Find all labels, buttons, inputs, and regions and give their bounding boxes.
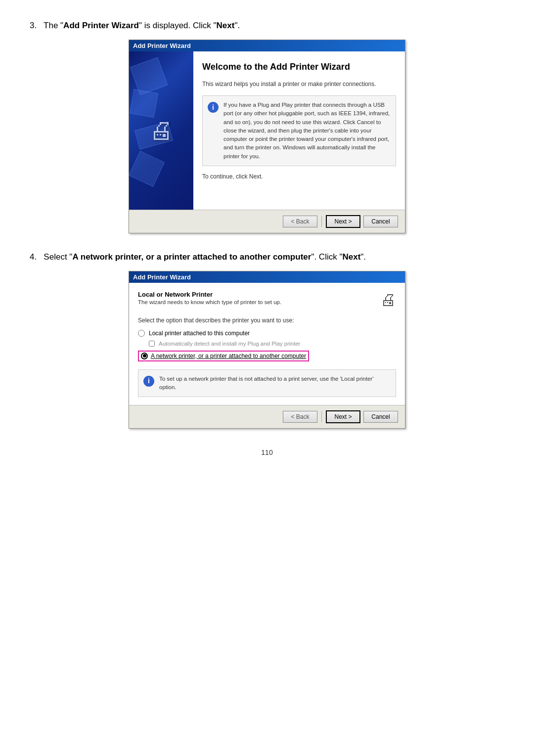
wizard2-option-desc: Select the option that describes the pri…	[138, 317, 396, 324]
wizard2-option2-row: A network printer, or a printer attached…	[138, 351, 396, 361]
wizard2-section-subtitle: The wizard needs to know which type of p…	[138, 299, 281, 305]
wizard1-right-panel: Welcome to the Add Printer Wizard This w…	[193, 51, 405, 210]
wizard1-back-button[interactable]: < Back	[283, 216, 317, 227]
wizard1-cancel-button[interactable]: Cancel	[363, 216, 398, 227]
wizard2-info-box: i To set up a network printer that is no…	[138, 369, 396, 398]
wizard2-option1-row: Local printer attached to this computer	[138, 330, 396, 337]
wizard1-body: 🖨 Welcome to the Add Printer Wizard This…	[129, 51, 405, 210]
wizard1-footer: < Back Next > Cancel	[129, 210, 405, 233]
wizard2-option1-sub-row: Automatically detect and install my Plug…	[149, 341, 396, 347]
wizard1-welcome-title: Welcome to the Add Printer Wizard	[202, 61, 396, 73]
page-number: 110	[30, 448, 504, 456]
wizard2-option1-label: Local printer attached to this computer	[149, 330, 250, 337]
step-3: 3. The "Add Printer Wizard" is displayed…	[30, 20, 504, 233]
wizard2-body: Local or Network Printer The wizard need…	[129, 283, 405, 405]
wizard2-autodetect-checkbox[interactable]	[149, 341, 155, 347]
wizard1-info-text: If you have a Plug and Play printer that…	[223, 101, 391, 161]
wizard2-option2-radio-selected[interactable]	[141, 353, 148, 359]
wizard2-header-text: Local or Network Printer The wizard need…	[138, 291, 281, 305]
wizard2-info-text: To set up a network printer that is not …	[159, 375, 391, 392]
wizard2-next-button[interactable]: Next >	[326, 410, 360, 423]
wizard2-printer-icon: 🖨	[380, 291, 396, 309]
wizard1-dialog: Add Printer Wizard 🖨 Welcome to the Add …	[129, 40, 405, 233]
wizard2-section-title: Local or Network Printer	[138, 291, 281, 298]
wizard2-back-button[interactable]: < Back	[283, 411, 317, 423]
wizard2-footer-divider	[321, 411, 322, 422]
wizard1-continue-text: To continue, click Next.	[202, 173, 396, 180]
step-4-text: 4. Select "A network printer, or a print…	[30, 251, 504, 263]
wizard2-titlebar: Add Printer Wizard	[129, 271, 405, 283]
wizard2-footer: < Back Next > Cancel	[129, 405, 405, 428]
wizard2-option2-highlight: A network printer, or a printer attached…	[138, 351, 309, 361]
wizard2-option2-radio-dot	[143, 354, 146, 357]
wizard2-header: Local or Network Printer The wizard need…	[138, 291, 396, 309]
wizard1-next-button[interactable]: Next >	[326, 215, 360, 228]
wizard1-description: This wizard helps you install a printer …	[202, 80, 396, 89]
wizard2-dialog: Add Printer Wizard Local or Network Prin…	[129, 271, 405, 429]
wizard1-left-panel: 🖨	[129, 51, 193, 210]
wizard2-info-icon: i	[143, 376, 154, 387]
wizard1-info-box: i If you have a Plug and Play printer th…	[202, 95, 396, 166]
wizard2-option1-radio[interactable]	[138, 330, 145, 337]
wizard2-option1-sub-label: Automatically detect and install my Plug…	[159, 341, 300, 347]
info-icon: i	[208, 102, 219, 113]
wizard2-cancel-button[interactable]: Cancel	[363, 411, 398, 423]
step-4: 4. Select "A network printer, or a print…	[30, 251, 504, 429]
footer-divider	[321, 216, 322, 227]
step-3-text: 3. The "Add Printer Wizard" is displayed…	[30, 20, 504, 32]
wizard2-option2-label: A network printer, or a printer attached…	[151, 353, 306, 359]
wizard1-titlebar: Add Printer Wizard	[129, 40, 405, 51]
